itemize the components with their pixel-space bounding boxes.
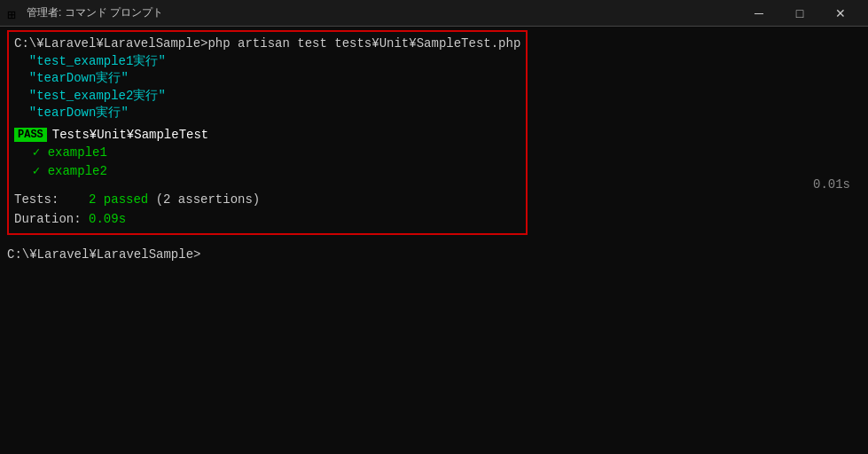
pass-label: Tests¥Unit¥SampleTest: [52, 128, 208, 142]
terminal-area: C:\¥Laravel¥LaravelSample>php artisan te…: [0, 27, 868, 454]
title-bar: ⊞ 管理者: コマンド プロンプト ─ □ ✕: [0, 0, 868, 27]
assertions-count: (2 assertions): [156, 192, 261, 207]
new-prompt: C:\¥Laravel¥LaravelSample>: [7, 247, 861, 262]
pass-badge: PASS: [14, 128, 47, 142]
title-bar-left: ⊞ 管理者: コマンド プロンプト: [7, 5, 163, 20]
test-output-region: C:\¥Laravel¥LaravelSample>php artisan te…: [7, 30, 528, 235]
test-item-1: ✓ example1: [14, 144, 520, 162]
close-button[interactable]: ✕: [820, 0, 861, 27]
summary-duration: Duration: 0.09s: [14, 209, 520, 229]
title-bar-title: 管理者: コマンド プロンプト: [27, 5, 163, 20]
app-icon: ⊞: [7, 6, 21, 20]
window-controls: ─ □ ✕: [739, 0, 861, 27]
output-line-3: "test_example2実行": [14, 88, 520, 106]
minimize-button[interactable]: ─: [739, 0, 779, 27]
tests-label: Tests:: [14, 192, 59, 207]
duration-label: Duration:: [14, 212, 82, 226]
summary-tests: Tests: 2 passed (2 assertions): [14, 190, 520, 209]
timing-right: 0.01s: [813, 177, 850, 192]
blank-area: [7, 262, 861, 439]
output-line-2: "tearDown実行": [14, 70, 520, 88]
test-item-2: ✓ example2: [14, 162, 520, 181]
command-line: C:\¥Laravel¥LaravelSample>php artisan te…: [14, 35, 520, 53]
output-line-1: "test_example1実行": [14, 53, 520, 71]
output-line-4: "tearDown実行": [14, 105, 520, 122]
pass-line: PASS Tests¥Unit¥SampleTest: [14, 128, 520, 142]
maximize-button[interactable]: □: [779, 0, 820, 27]
duration-value: 0.09s: [89, 212, 126, 226]
tests-passed: 2 passed: [89, 192, 148, 207]
